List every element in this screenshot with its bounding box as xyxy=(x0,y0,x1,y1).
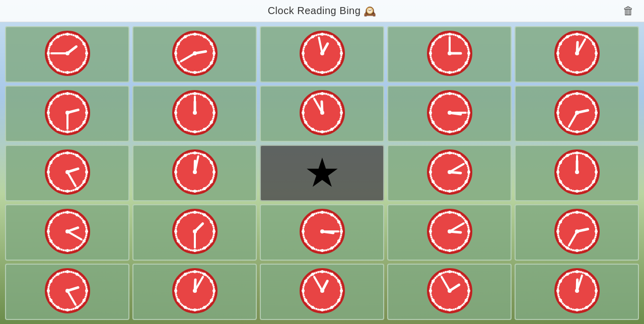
trash-button[interactable]: 🗑 xyxy=(621,3,636,20)
svg-point-1486 xyxy=(595,286,597,288)
cell-r0c0[interactable] xyxy=(5,26,129,83)
svg-point-964 xyxy=(199,212,201,214)
svg-point-380 xyxy=(64,93,66,95)
svg-point-1466 xyxy=(443,272,445,274)
svg-point-1051 xyxy=(329,248,331,250)
cell-r1c0[interactable] xyxy=(5,86,129,142)
svg-point-1415 xyxy=(460,274,462,276)
clock-face xyxy=(45,268,90,315)
svg-point-196 xyxy=(454,34,456,36)
cell-r0c1[interactable] xyxy=(132,26,257,83)
svg-point-903 xyxy=(78,215,80,217)
svg-point-583 xyxy=(587,96,589,98)
cell-r4c1[interactable] xyxy=(132,264,257,320)
svg-point-647 xyxy=(78,155,80,157)
svg-point-817 xyxy=(430,165,432,167)
cell-r3c0[interactable] xyxy=(5,204,129,261)
svg-point-850 xyxy=(595,175,597,177)
cell-r1c3[interactable] xyxy=(387,86,512,142)
svg-point-1504 xyxy=(574,309,576,311)
svg-point-928 xyxy=(64,250,66,252)
svg-point-1090 xyxy=(451,211,453,213)
svg-point-118 xyxy=(181,38,183,40)
svg-point-142 xyxy=(340,48,342,50)
svg-point-1407 xyxy=(320,289,324,293)
svg-point-76 xyxy=(211,45,213,47)
svg-point-333 xyxy=(85,106,87,108)
svg-point-600 xyxy=(589,126,591,128)
svg-point-940 xyxy=(47,234,49,236)
svg-point-1289 xyxy=(208,277,210,279)
svg-point-603 xyxy=(584,129,586,131)
svg-point-112 xyxy=(175,48,177,50)
svg-point-211 xyxy=(467,58,469,60)
cell-r4c4[interactable] xyxy=(515,264,639,320)
svg-point-285 xyxy=(580,71,582,73)
svg-point-1200 xyxy=(557,226,559,228)
svg-point-556 xyxy=(430,116,432,118)
svg-point-225 xyxy=(445,71,447,73)
svg-point-1465 xyxy=(441,272,443,274)
svg-point-679 xyxy=(52,184,54,186)
svg-point-475 xyxy=(329,129,331,131)
svg-point-694 xyxy=(53,157,55,159)
svg-point-1066 xyxy=(304,238,306,240)
svg-point-1337 xyxy=(186,272,188,274)
svg-point-1106 xyxy=(467,234,469,236)
svg-point-1179 xyxy=(584,248,586,250)
cell-r4c3[interactable] xyxy=(387,264,512,320)
svg-point-608 xyxy=(574,131,576,133)
svg-point-1430 xyxy=(464,301,466,303)
cell-r4c2[interactable] xyxy=(260,264,384,320)
svg-point-353 xyxy=(62,130,64,132)
svg-point-909 xyxy=(85,224,87,226)
svg-point-785 xyxy=(467,173,469,175)
svg-point-1092 xyxy=(454,212,456,214)
cell-r3c1[interactable] xyxy=(132,204,257,261)
svg-point-955 xyxy=(62,212,64,214)
cell-r3c4[interactable] xyxy=(515,204,639,261)
svg-point-758 xyxy=(181,157,183,159)
cell-r1c1[interactable] xyxy=(132,86,257,142)
svg-point-1268 xyxy=(51,279,53,281)
svg-point-27 xyxy=(74,70,76,72)
cell-r2c4[interactable] xyxy=(515,145,639,201)
svg-point-1402 xyxy=(315,272,317,274)
svg-point-342 xyxy=(82,123,84,125)
svg-point-1171 xyxy=(594,236,596,238)
cell-r2c2[interactable]: ★ xyxy=(260,145,384,201)
svg-point-1052 xyxy=(327,249,329,251)
cell-r4c0[interactable] xyxy=(5,264,129,320)
cell-r1c4[interactable] xyxy=(515,86,639,142)
svg-point-1479 xyxy=(587,274,589,276)
svg-point-525 xyxy=(467,106,469,108)
svg-point-1194 xyxy=(558,238,560,240)
svg-point-145 xyxy=(340,54,342,56)
cell-r1c2[interactable] xyxy=(260,86,384,142)
svg-point-728 xyxy=(206,185,208,187)
cell-r0c3[interactable] xyxy=(387,26,512,83)
cell-r3c2[interactable] xyxy=(260,204,384,261)
cell-r0c4[interactable] xyxy=(515,26,639,83)
svg-point-436 xyxy=(178,101,180,103)
svg-point-421 xyxy=(182,127,184,129)
cell-r2c1[interactable] xyxy=(132,145,257,201)
svg-point-825 xyxy=(441,153,443,155)
svg-point-1140 xyxy=(433,219,435,221)
cell-r2c0[interactable] xyxy=(5,145,129,201)
svg-point-1004 xyxy=(175,234,177,236)
svg-point-856 xyxy=(589,185,591,187)
svg-point-723 xyxy=(212,177,214,179)
svg-point-54 xyxy=(53,38,55,40)
svg-point-1313 xyxy=(190,308,192,310)
svg-point-372 xyxy=(51,101,53,103)
svg-point-1535 xyxy=(575,289,579,293)
svg-point-713 xyxy=(208,158,210,160)
svg-point-933 xyxy=(55,246,57,248)
svg-point-594 xyxy=(595,116,597,118)
svg-point-669 xyxy=(70,190,72,192)
cell-r3c3[interactable] xyxy=(387,204,512,261)
svg-point-92 xyxy=(199,70,201,72)
cell-r0c2[interactable] xyxy=(260,26,384,83)
cell-r2c3[interactable] xyxy=(387,145,512,201)
